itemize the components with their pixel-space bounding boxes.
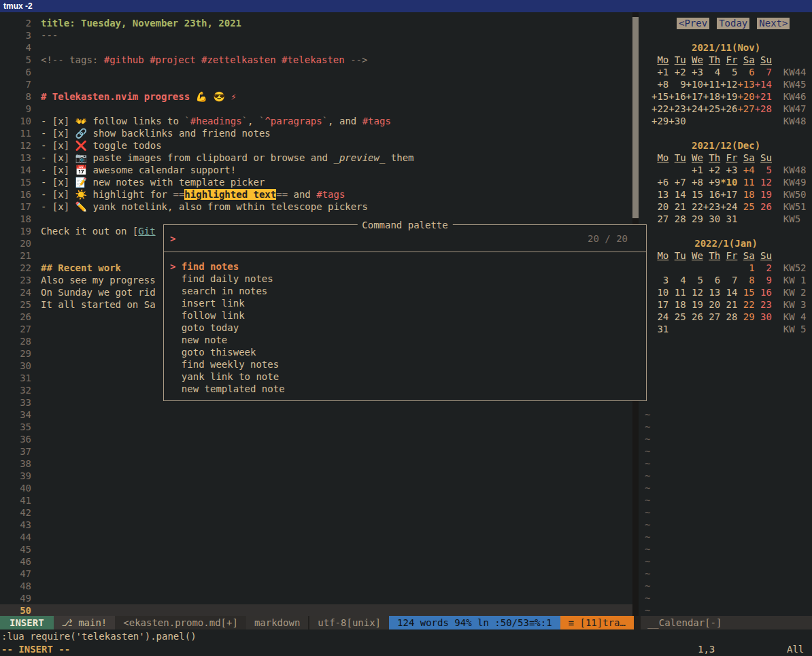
calendar-day[interactable]: +29 xyxy=(652,115,669,127)
calendar-day[interactable]: +15 xyxy=(652,90,669,103)
calendar-day[interactable]: 1 xyxy=(737,262,754,274)
calendar-day[interactable]: 28 xyxy=(669,213,686,225)
editor-line[interactable]: 45 xyxy=(0,543,632,555)
editor-line[interactable]: 39 xyxy=(0,470,632,482)
palette-item[interactable]: find weekly notes xyxy=(170,358,646,370)
calendar-day[interactable]: +13 xyxy=(737,78,754,90)
calendar-day[interactable]: 21 xyxy=(669,201,686,213)
calendar-day[interactable]: 13 xyxy=(703,286,720,298)
calendar-day[interactable]: +14 xyxy=(755,78,772,90)
calendar-day[interactable]: 19 xyxy=(686,298,703,311)
palette-item[interactable]: new templated note xyxy=(170,383,646,395)
calendar-day[interactable]: +4 xyxy=(737,164,754,176)
calendar-day[interactable]: 15 xyxy=(737,286,754,298)
editor-line[interactable]: 34 xyxy=(0,409,632,421)
calendar-day[interactable]: +7 xyxy=(669,176,686,188)
editor-line[interactable]: 35 xyxy=(0,421,632,433)
calendar-day[interactable]: +20 xyxy=(737,90,754,103)
calendar-day[interactable]: 14 xyxy=(669,188,686,201)
calendar-day[interactable]: 25 xyxy=(669,311,686,323)
calendar-day[interactable]: 4 xyxy=(703,66,720,78)
calendar-day[interactable]: +17 xyxy=(686,90,703,103)
calendar-next-button[interactable]: Next> xyxy=(757,18,790,29)
calendar-day[interactable]: 29 xyxy=(737,311,754,323)
editor-line[interactable]: 14- [x] 📅 awesome calendar support! xyxy=(0,164,632,176)
editor-line[interactable]: 44 xyxy=(0,531,632,543)
editor-line[interactable]: 46 xyxy=(0,555,632,568)
calendar-day[interactable]: 9 xyxy=(669,78,686,90)
calendar-day[interactable]: 19 xyxy=(755,188,772,201)
calendar-day[interactable]: 18 xyxy=(737,188,754,201)
calendar-day[interactable]: +22 xyxy=(652,103,669,115)
calendar-day[interactable]: 12 xyxy=(686,286,703,298)
calendar-day[interactable]: +25 xyxy=(703,103,720,115)
palette-item[interactable]: insert link xyxy=(170,297,646,309)
calendar-day[interactable]: +3 xyxy=(686,66,703,78)
editor-line[interactable]: 42 xyxy=(0,506,632,519)
palette-item[interactable]: new note xyxy=(170,334,646,346)
calendar-day[interactable]: +18 xyxy=(703,90,720,103)
calendar-day[interactable]: +10 xyxy=(686,78,703,90)
calendar-day[interactable]: 4 xyxy=(669,274,686,286)
calendar-day[interactable]: +23 xyxy=(703,201,720,213)
editor-line[interactable]: 18 xyxy=(0,213,632,225)
calendar-day[interactable]: 27 xyxy=(652,213,669,225)
calendar-day[interactable]: 16 xyxy=(703,188,720,201)
calendar-day[interactable]: 2 xyxy=(755,262,772,274)
calendar-prev-button[interactable]: <Prev xyxy=(677,18,709,29)
calendar-day[interactable]: +26 xyxy=(720,103,737,115)
calendar-day[interactable]: +19 xyxy=(720,90,737,103)
editor-line[interactable]: 48 xyxy=(0,580,632,592)
calendar-day[interactable]: 7 xyxy=(755,66,772,78)
calendar-day[interactable]: 5 xyxy=(720,66,737,78)
editor-line[interactable]: 12- [x] ❌ toggle todos xyxy=(0,139,632,152)
editor-line[interactable]: 10- [x] 👐 follow links to `#headings`, `… xyxy=(0,115,632,127)
editor-line[interactable]: 5<!-- tags: #github #project #zettelkast… xyxy=(0,54,632,66)
palette-item[interactable]: goto thisweek xyxy=(170,346,646,358)
editor-line[interactable]: 17- [x] ✏️ yank notelink, also from wthi… xyxy=(0,201,632,213)
calendar-day[interactable]: 23 xyxy=(755,298,772,311)
editor-line[interactable]: 4 xyxy=(0,41,632,54)
calendar-day[interactable]: +23 xyxy=(669,103,686,115)
editor-line[interactable]: 11- [x] 🔗 show backlinks and friend note… xyxy=(0,127,632,139)
calendar-day[interactable]: +27 xyxy=(737,103,754,115)
calendar-day[interactable]: +30 xyxy=(669,115,686,127)
calendar-day[interactable]: 6 xyxy=(703,274,720,286)
calendar-day[interactable]: 11 xyxy=(669,286,686,298)
calendar-day[interactable]: 20 xyxy=(703,298,720,311)
calendar-day[interactable]: 29 xyxy=(686,213,703,225)
calendar-day[interactable]: 12 xyxy=(755,176,772,188)
calendar-day[interactable]: 22 xyxy=(686,201,703,213)
editor-line[interactable]: 40 xyxy=(0,482,632,494)
calendar-day[interactable]: 25 xyxy=(737,201,754,213)
scrollbar-thumb[interactable] xyxy=(632,17,639,218)
editor-line[interactable]: 16- [x] ☀️ highlight for ==highlighted t… xyxy=(0,188,632,201)
calendar-day[interactable]: 22 xyxy=(737,298,754,311)
editor-line[interactable]: 6 xyxy=(0,66,632,78)
calendar-day[interactable]: +16 xyxy=(669,90,686,103)
editor-line[interactable]: 49 xyxy=(0,592,632,604)
editor-line[interactable]: 8# Telekasten.nvim progress 💪 😎 ⚡ xyxy=(0,90,632,103)
calendar-day[interactable]: 21 xyxy=(720,298,737,311)
calendar-day[interactable]: +28 xyxy=(755,103,772,115)
editor-line[interactable]: 43 xyxy=(0,519,632,531)
calendar-day[interactable]: +17 xyxy=(720,188,737,201)
calendar-day[interactable]: 5 xyxy=(686,274,703,286)
calendar-day[interactable]: +24 xyxy=(686,103,703,115)
editor-line[interactable]: 7 xyxy=(0,78,632,90)
editor-line[interactable]: 9 xyxy=(0,103,632,115)
calendar-day[interactable]: 10 xyxy=(652,286,669,298)
calendar-day[interactable]: 5 xyxy=(755,164,772,176)
calendar-day[interactable]: +2 xyxy=(669,66,686,78)
calendar-day[interactable]: 31 xyxy=(652,323,669,335)
palette-item[interactable]: goto today xyxy=(170,322,646,334)
calendar-day[interactable]: +1 xyxy=(686,164,703,176)
calendar-day[interactable]: +1 xyxy=(652,66,669,78)
calendar-day[interactable]: +11 xyxy=(703,78,720,90)
calendar-day[interactable]: 18 xyxy=(669,298,686,311)
calendar-day[interactable]: 26 xyxy=(686,311,703,323)
calendar-day[interactable]: +2 xyxy=(703,164,720,176)
calendar-day[interactable]: +9 xyxy=(703,176,720,188)
palette-item[interactable]: search in notes xyxy=(170,285,646,297)
calendar-day[interactable]: 8 xyxy=(737,274,754,286)
